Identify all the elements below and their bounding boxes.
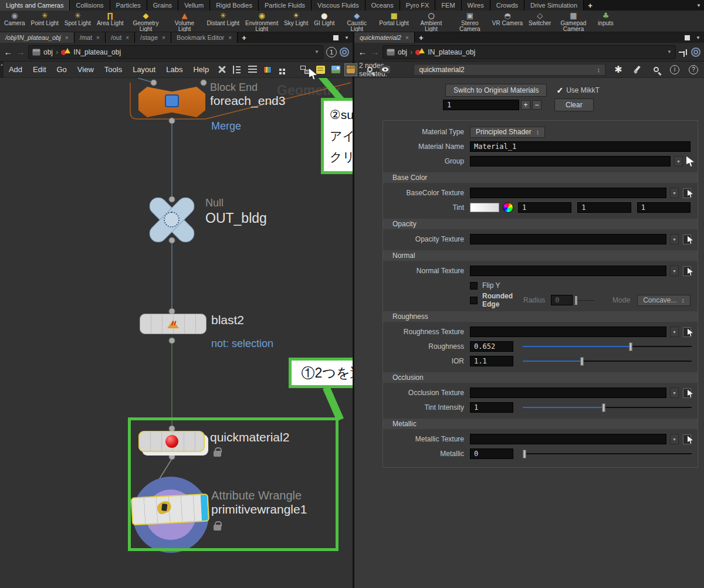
network-canvas[interactable]: Geometry Block End foreach_end3 Merge (0, 78, 353, 588)
shelf-tool-portal-light[interactable]: Portal Light (376, 11, 412, 27)
shelf-tool-gamepad-camera[interactable]: Gamepad Camera (554, 11, 593, 32)
material-name-field[interactable]: Material_1 (470, 141, 691, 152)
shelf-tool-camera[interactable]: Camera (1, 11, 28, 27)
section-normal[interactable]: Normal (383, 250, 698, 261)
dropdown-arrow-icon[interactable]: ▼ (670, 188, 679, 198)
gear-icon[interactable]: ✱ (612, 63, 624, 76)
dropdown-arrow-icon[interactable]: ▼ (674, 156, 683, 166)
decrement-button[interactable]: − (532, 100, 541, 110)
shelf-tool-stereo-camera[interactable]: Stereo Camera (451, 11, 489, 32)
section-occlusion[interactable]: Occlusion (383, 372, 698, 383)
file-chooser-icon[interactable] (683, 266, 693, 276)
shelf-tool-environment-light[interactable]: Environment Light (242, 11, 281, 32)
tint-intensity-slider[interactable] (523, 403, 692, 412)
follow-target-icon[interactable] (340, 47, 349, 57)
close-icon[interactable]: × (126, 35, 129, 41)
color-wheel-icon[interactable] (503, 202, 513, 213)
pane-tab-stage[interactable]: /stage× (135, 32, 171, 43)
visibility-eye-icon[interactable] (378, 63, 391, 76)
forward-arrow-icon[interactable]: → (16, 47, 25, 57)
use-mikkt-checkbox[interactable]: ✓ (556, 86, 563, 95)
dropdown-arrow-icon[interactable]: ▼ (670, 388, 679, 398)
pane-tab-obj-in-plateau-obj[interactable]: /obj/IN_plateau_obj× (0, 32, 75, 43)
wire[interactable] (138, 78, 154, 83)
shelf-tool-volume-light[interactable]: Volume Light (165, 11, 204, 32)
group-picker-arrow-icon[interactable] (686, 157, 694, 166)
menu-labs[interactable]: Labs (161, 65, 188, 74)
back-arrow-icon[interactable]: ← (358, 47, 367, 57)
shelf-tab-vellum[interactable]: Vellum (178, 0, 210, 11)
background-image-icon[interactable] (329, 63, 342, 76)
pin-icon[interactable] (679, 48, 688, 56)
shelf-tab-wires[interactable]: Wires (462, 0, 490, 11)
pane-tab-bookmark-editor[interactable]: Bookmark Editor× (171, 32, 238, 43)
shelf-tab-drive-simulation[interactable]: Drive Simulation (524, 0, 584, 11)
tint-r-field[interactable]: 1 (518, 202, 571, 213)
sticky-note-icon[interactable] (314, 63, 327, 76)
color-palette-icon[interactable] (261, 63, 274, 76)
group-field[interactable] (470, 156, 671, 166)
opacity-texture-field[interactable] (470, 234, 666, 244)
material-count-field[interactable]: 1 (443, 100, 519, 110)
shelf-tab-collisions[interactable]: Collisions (70, 0, 110, 11)
clear-button[interactable]: Clear (554, 98, 594, 111)
shelf-tab-viscous-fluids[interactable]: Viscous Fluids (312, 0, 365, 11)
ior-field[interactable]: 1.1 (470, 356, 513, 366)
shelf-menu-arrow-icon[interactable]: ▼ (693, 0, 704, 11)
brush-icon[interactable] (631, 63, 643, 76)
shelf-tool-geometry-light[interactable]: Geometry Light (126, 11, 165, 32)
shelf-tool-spot-light[interactable]: Spot Light (62, 11, 94, 27)
increment-button[interactable]: + (521, 100, 530, 110)
breadcrumb-in-plateau-obj[interactable]: IN_plateau_obj (428, 48, 475, 56)
pane-layout-icon[interactable] (685, 35, 690, 40)
file-chooser-icon[interactable] (683, 388, 693, 398)
new-pane-tab-button[interactable]: + (238, 32, 251, 43)
shelf-tool-caustic-light[interactable]: Caustic Light (337, 11, 376, 32)
material-type-dropdown[interactable]: Principled Shader ↕ (470, 127, 545, 138)
dropdown-arrow-icon[interactable]: ▼ (670, 234, 679, 244)
roughness-slider[interactable] (523, 342, 692, 351)
pane-menu-arrow-icon[interactable]: ▼ (692, 32, 704, 43)
dropdown-arrow-icon[interactable]: ▼ (670, 434, 679, 444)
metallic-texture-field[interactable] (470, 434, 666, 444)
shelf-tool-switcher[interactable]: Switcher (526, 11, 554, 27)
section-opacity[interactable]: Opacity (383, 219, 698, 229)
forward-arrow-icon[interactable]: → (370, 47, 380, 57)
menu-help[interactable]: Help (188, 65, 214, 74)
shelf-tab-particles[interactable]: Particles (110, 0, 147, 11)
radius-slider[interactable] (575, 296, 595, 305)
info-icon[interactable]: i (669, 63, 681, 76)
follow-target-icon[interactable] (691, 47, 700, 57)
dropdown-arrow-icon[interactable]: ▼ (670, 327, 679, 337)
menu-add[interactable]: Add (4, 65, 28, 74)
path-dropdown-arrow-icon[interactable]: ▼ (667, 49, 672, 55)
breadcrumb-obj[interactable]: obj (398, 48, 407, 56)
switch-to-original-materials-button[interactable]: Switch to Original Materials (445, 84, 547, 97)
section-metallic[interactable]: Metallic (383, 419, 698, 429)
shelf-tab-particle-fluids[interactable]: Particle Fluids (259, 0, 312, 11)
pane-tab-out[interactable]: /out× (106, 32, 135, 43)
menu-view[interactable]: View (72, 65, 99, 74)
rounded-edge-checkbox[interactable] (470, 297, 478, 304)
shelf-tab-grains[interactable]: Grains (147, 0, 178, 11)
shelf-tool-ambient-light[interactable]: Ambient Light (412, 11, 451, 32)
normal-texture-field[interactable] (470, 266, 666, 276)
selected-node-dropdown[interactable]: quickmaterial2 ↕ (414, 64, 605, 76)
node-out-bldg[interactable] (143, 199, 201, 240)
shelf-tool-area-light[interactable]: Area Light (94, 11, 127, 27)
tree-view-icon[interactable] (231, 63, 243, 76)
breadcrumb-in-plateau-obj[interactable]: IN_plateau_obj (73, 48, 121, 56)
shelf-tab-crowds[interactable]: Crowds (490, 0, 524, 11)
list-view-icon[interactable] (246, 63, 259, 76)
close-icon[interactable]: × (405, 35, 409, 41)
shelf-tool-point-light[interactable]: Point Light (28, 11, 62, 27)
flip-y-checkbox[interactable] (470, 282, 478, 290)
node-name-label[interactable]: blast2 (211, 313, 244, 327)
shelf-tab-lights-and-cameras[interactable]: Lights and Cameras (0, 0, 70, 11)
tint-b-field[interactable]: 1 (637, 202, 691, 213)
params-path-field[interactable]: obj › IN_plateau_obj ▼ (383, 45, 676, 59)
search-icon[interactable] (650, 63, 662, 76)
ior-slider[interactable] (523, 357, 692, 366)
close-icon[interactable]: × (228, 35, 232, 41)
metallic-slider[interactable] (523, 450, 692, 458)
